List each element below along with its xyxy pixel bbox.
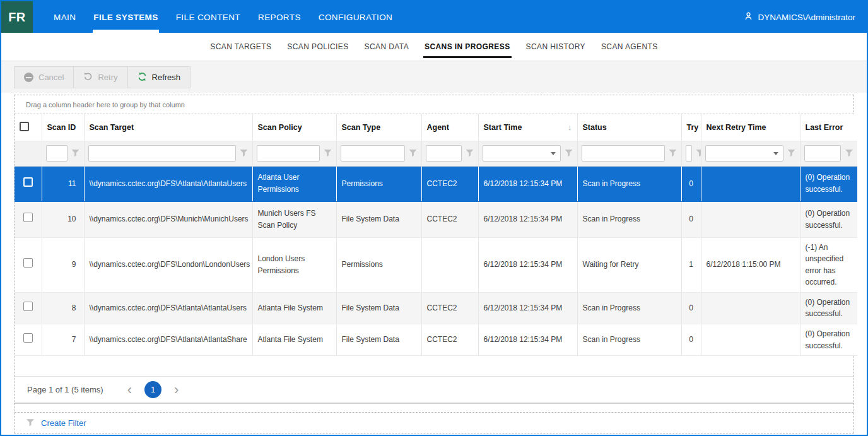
filter-input-scan-id[interactable] bbox=[46, 145, 67, 162]
cell-scan-id: 11 bbox=[42, 166, 84, 201]
select-all-checkbox[interactable] bbox=[20, 122, 29, 131]
user-menu[interactable]: DYNAMICS\Administrator bbox=[744, 1, 867, 33]
nav-item-main[interactable]: MAIN bbox=[53, 1, 76, 33]
row-checkbox[interactable] bbox=[23, 258, 33, 268]
cell-try-count: 0 bbox=[681, 292, 701, 324]
filter-input-status[interactable] bbox=[582, 145, 665, 162]
funnel-icon bbox=[409, 150, 417, 157]
funnel-icon bbox=[669, 150, 677, 157]
column-header-status[interactable]: Status bbox=[577, 114, 681, 141]
row-checkbox[interactable] bbox=[23, 213, 33, 222]
filter-row bbox=[15, 141, 857, 166]
funnel-icon bbox=[26, 419, 34, 427]
scans-table: Scan ID Scan Target Scan Policy Scan Typ… bbox=[15, 114, 857, 356]
nav-item-file-content[interactable]: FILE CONTENT bbox=[175, 1, 241, 33]
column-header-start-time[interactable]: Start Time↓ bbox=[478, 114, 577, 141]
refresh-button[interactable]: Refresh bbox=[128, 67, 191, 88]
funnel-icon bbox=[788, 150, 795, 157]
filter-button-agent[interactable] bbox=[466, 149, 474, 158]
nav-item-file-systems[interactable]: FILE SYSTEMS bbox=[93, 1, 158, 33]
filter-input-agent[interactable] bbox=[426, 145, 462, 162]
filter-bar: Create Filter bbox=[15, 412, 853, 433]
table-row[interactable]: 7 \\dynamics.cctec.org\DFS\Atlanta\Atlan… bbox=[15, 324, 857, 356]
cell-scan-type: File System Data bbox=[336, 292, 421, 324]
row-checkbox[interactable] bbox=[23, 177, 33, 187]
cell-next-retry-time bbox=[701, 292, 800, 324]
table-row[interactable]: 11 \\dynamics.cctec.org\DFS\Atlanta\Atla… bbox=[15, 166, 857, 201]
filter-input-try-count[interactable] bbox=[686, 145, 692, 162]
panel-gap bbox=[15, 404, 853, 412]
filter-button-scan-policy[interactable] bbox=[324, 149, 332, 158]
filter-combo-start-time[interactable] bbox=[483, 145, 561, 162]
column-header-last-error[interactable]: Last Error bbox=[800, 114, 857, 141]
filter-button-status[interactable] bbox=[669, 149, 677, 158]
tab-scan-agents[interactable]: SCAN AGENTS bbox=[600, 33, 659, 61]
column-header-scan-policy[interactable]: Scan Policy bbox=[252, 114, 336, 141]
cell-next-retry-time: 6/12/2018 1:15:00 PM bbox=[701, 237, 800, 292]
nav-item-reports[interactable]: REPORTS bbox=[257, 1, 302, 33]
cell-scan-target: \\dynamics.cctec.org\DFS\Atlanta\Atlanta… bbox=[84, 324, 252, 356]
funnel-icon bbox=[845, 150, 853, 157]
cell-try-count: 0 bbox=[681, 201, 701, 237]
user-icon bbox=[744, 11, 753, 23]
cell-scan-policy: Atlanta User Permissions bbox=[252, 166, 336, 201]
column-header-try-count[interactable]: Try C bbox=[681, 114, 701, 141]
column-header-next-retry-time[interactable]: Next Retry Time bbox=[701, 114, 800, 141]
retry-icon bbox=[83, 72, 93, 83]
app-logo: FR bbox=[1, 1, 33, 33]
filter-input-scan-policy[interactable] bbox=[257, 145, 320, 162]
tab-scan-policies[interactable]: SCAN POLICIES bbox=[286, 33, 349, 61]
next-page-button[interactable]: › bbox=[170, 383, 182, 397]
table-row[interactable]: 10 \\dynamics.cctec.org\DFS\Munich\Munic… bbox=[15, 201, 857, 237]
row-checkbox[interactable] bbox=[23, 302, 33, 311]
column-header-scan-target[interactable]: Scan Target bbox=[84, 114, 252, 141]
retry-button[interactable]: Retry bbox=[74, 67, 127, 88]
cell-last-error: (0) Operation successful. bbox=[800, 292, 857, 324]
cell-scan-target: \\dynamics.cctec.org\DFS\London\LondonUs… bbox=[84, 237, 252, 292]
cell-start-time: 6/12/2018 12:15:34 PM bbox=[478, 292, 577, 324]
table-row[interactable]: 9 \\dynamics.cctec.org\DFS\London\London… bbox=[15, 237, 857, 292]
create-filter-button[interactable] bbox=[26, 418, 35, 427]
column-header-scan-id[interactable]: Scan ID bbox=[42, 114, 84, 141]
funnel-icon bbox=[565, 150, 573, 157]
cell-scan-policy: Munich Users FS Scan Policy bbox=[252, 201, 336, 237]
filter-button-scan-id[interactable] bbox=[71, 149, 80, 158]
cell-agent: CCTEC2 bbox=[421, 201, 478, 237]
cell-try-count: 0 bbox=[681, 324, 701, 356]
column-header-scan-type[interactable]: Scan Type bbox=[336, 114, 421, 141]
filter-button-scan-target[interactable] bbox=[240, 149, 249, 158]
cell-start-time: 6/12/2018 12:15:34 PM bbox=[478, 201, 577, 237]
nav-item-configuration[interactable]: CONFIGURATION bbox=[318, 1, 393, 33]
cell-scan-target: \\dynamics.cctec.org\DFS\Atlanta\Atlanta… bbox=[84, 166, 252, 201]
cell-scan-type: File System Data bbox=[336, 324, 421, 356]
filter-button-last-error[interactable] bbox=[845, 149, 853, 158]
top-nav-items: MAIN FILE SYSTEMS FILE CONTENT REPORTS C… bbox=[53, 1, 393, 33]
page-number-button[interactable]: 1 bbox=[144, 381, 161, 398]
filter-button-scan-type[interactable] bbox=[409, 149, 418, 158]
funnel-icon bbox=[324, 150, 332, 157]
cell-last-error: (0) Operation successful. bbox=[800, 201, 857, 237]
filter-input-scan-target[interactable] bbox=[88, 145, 236, 162]
cell-next-retry-time bbox=[701, 201, 800, 237]
filter-button-next-retry-time[interactable] bbox=[787, 149, 796, 158]
table-row[interactable]: 8 \\dynamics.cctec.org\DFS\Atlanta\Atlan… bbox=[15, 292, 857, 324]
cell-status: Waiting for Retry bbox=[577, 237, 681, 292]
column-header-agent[interactable]: Agent bbox=[421, 114, 478, 141]
filter-button-start-time[interactable] bbox=[565, 149, 573, 158]
toolbar: Cancel Retry Refresh bbox=[1, 61, 867, 93]
cancel-button[interactable]: Cancel bbox=[15, 67, 74, 88]
create-filter-label[interactable]: Create Filter bbox=[41, 418, 86, 428]
tab-scan-targets[interactable]: SCAN TARGETS bbox=[209, 33, 273, 61]
previous-page-button[interactable]: ‹ bbox=[124, 383, 136, 397]
filter-input-scan-type[interactable] bbox=[341, 145, 405, 162]
tab-scans-in-progress[interactable]: SCANS IN PROGRESS bbox=[423, 33, 512, 61]
filter-combo-next-retry-time[interactable] bbox=[705, 145, 783, 162]
tab-scan-history[interactable]: SCAN HISTORY bbox=[525, 33, 587, 61]
filter-input-last-error[interactable] bbox=[804, 145, 842, 162]
filter-button-try-count[interactable] bbox=[696, 149, 701, 158]
cell-scan-id: 10 bbox=[42, 201, 84, 237]
row-checkbox[interactable] bbox=[23, 333, 33, 343]
cell-scan-id: 8 bbox=[42, 292, 84, 324]
user-name: DYNAMICS\Administrator bbox=[758, 13, 855, 22]
tab-scan-data[interactable]: SCAN DATA bbox=[363, 33, 411, 61]
